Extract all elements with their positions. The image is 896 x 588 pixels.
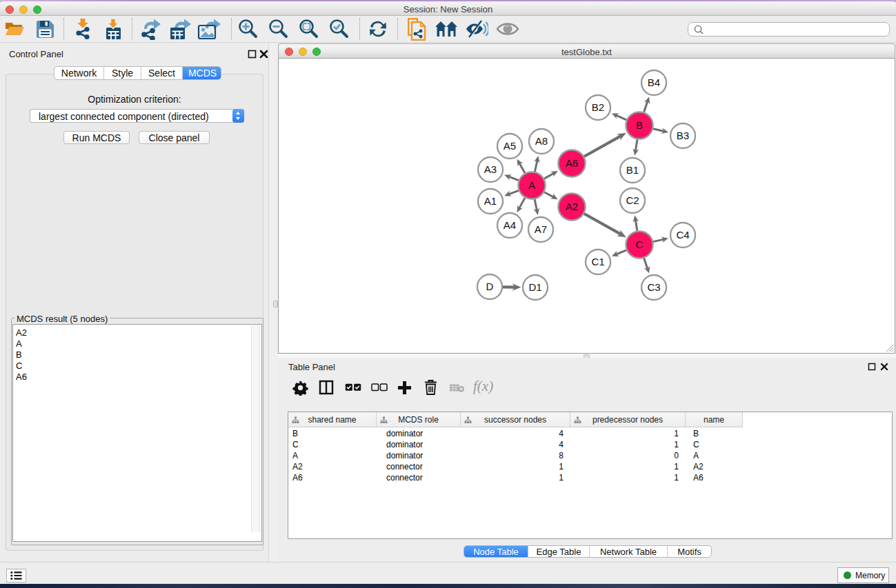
svg-text:A7: A7 (535, 223, 547, 235)
svg-text:C3: C3 (647, 281, 660, 293)
svg-text:B1: B1 (626, 164, 639, 176)
svg-text:B2: B2 (592, 101, 604, 113)
svg-text:D1: D1 (528, 281, 541, 293)
svg-text:A5: A5 (504, 140, 516, 152)
svg-text:A8: A8 (535, 135, 548, 147)
svg-text:B3: B3 (677, 130, 689, 141)
svg-text:A4: A4 (504, 219, 516, 231)
svg-text:A2: A2 (566, 201, 578, 212)
svg-text:A1: A1 (484, 195, 497, 207)
svg-text:B: B (636, 119, 643, 131)
svg-text:C4: C4 (676, 229, 689, 241)
svg-text:A3: A3 (484, 163, 497, 175)
svg-text:D: D (486, 281, 494, 292)
svg-text:C1: C1 (591, 256, 604, 267)
svg-text:B4: B4 (648, 77, 660, 88)
svg-text:C2: C2 (626, 194, 639, 206)
svg-text:A: A (528, 179, 535, 191)
svg-text:A6: A6 (566, 157, 578, 169)
svg-text:C: C (636, 239, 644, 250)
